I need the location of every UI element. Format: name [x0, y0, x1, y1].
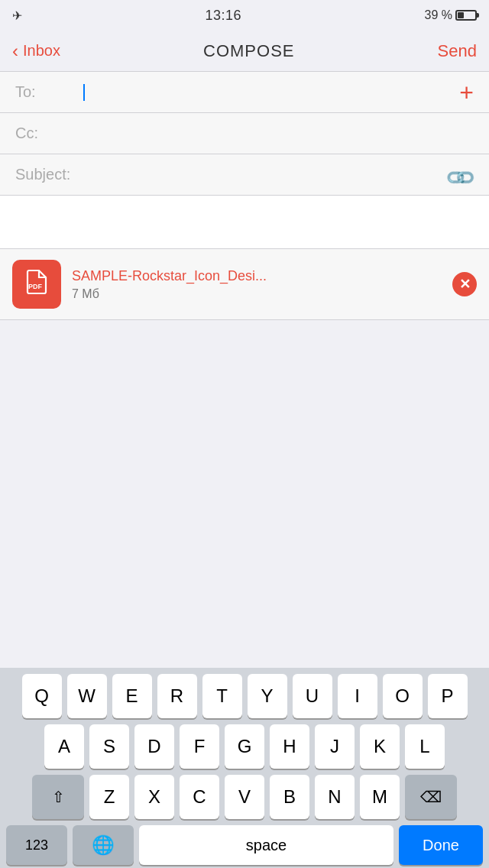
battery-area: 39 % — [425, 8, 477, 22]
close-icon: ✕ — [459, 277, 471, 291]
attachment-size: 7 Мб — [72, 287, 442, 301]
cc-input[interactable] — [83, 125, 474, 142]
key-w[interactable]: W — [67, 674, 107, 718]
numbers-key[interactable]: 123 — [6, 825, 67, 865]
page-title: COMPOSE — [203, 41, 294, 61]
keyboard-row-2: A S D F G H J K L — [3, 724, 486, 769]
key-g[interactable]: G — [225, 724, 264, 769]
key-r[interactable]: R — [157, 674, 197, 718]
content-spacer — [0, 320, 489, 381]
key-v[interactable]: V — [225, 775, 264, 819]
battery-icon — [455, 10, 477, 21]
key-e[interactable]: E — [112, 674, 152, 718]
chevron-left-icon: ‹ — [12, 42, 18, 60]
status-time: 13:16 — [205, 8, 241, 24]
attachment-row: PDF SAMPLE-Rockstar_Icon_Desi... 7 Мб ✕ — [0, 249, 489, 320]
globe-key[interactable]: 🌐 — [73, 825, 134, 865]
key-y[interactable]: Y — [248, 674, 287, 718]
to-row: To: + — [0, 72, 489, 113]
key-s[interactable]: S — [89, 724, 129, 769]
delete-key[interactable]: ⌫ — [405, 775, 457, 819]
svg-text:PDF: PDF — [28, 283, 43, 290]
back-label: Inbox — [23, 42, 60, 60]
subject-label: Subject: — [15, 166, 76, 183]
pdf-icon-wrap: PDF — [12, 260, 61, 309]
key-z[interactable]: Z — [89, 775, 129, 819]
remove-attachment-button[interactable]: ✕ — [452, 272, 477, 296]
cc-label: Cc: — [15, 125, 76, 142]
space-key[interactable]: space — [139, 825, 393, 865]
compose-form: To: + Cc: Subject: 🔗 — [0, 72, 489, 249]
key-q[interactable]: Q — [22, 674, 62, 718]
done-key[interactable]: Done — [399, 825, 483, 865]
key-d[interactable]: D — [134, 724, 174, 769]
text-cursor — [83, 84, 85, 101]
key-x[interactable]: X — [134, 775, 174, 819]
key-l[interactable]: L — [405, 724, 445, 769]
key-j[interactable]: J — [315, 724, 355, 769]
attachment-icon[interactable]: 🔗 — [438, 155, 478, 195]
body-area[interactable] — [0, 196, 489, 249]
back-button[interactable]: ‹ Inbox — [12, 42, 60, 60]
key-c[interactable]: C — [180, 775, 219, 819]
to-label: To: — [15, 83, 76, 101]
key-k[interactable]: K — [360, 724, 400, 769]
battery-fill — [458, 12, 464, 18]
battery-percent: 39 % — [425, 8, 452, 22]
key-p[interactable]: P — [428, 674, 468, 718]
pdf-icon: PDF — [23, 267, 50, 301]
subject-row: Subject: 🔗 — [0, 154, 489, 196]
keyboard-row-3: ⇧ Z X C V B N M ⌫ — [3, 775, 486, 819]
nav-bar: ‹ Inbox COMPOSE Send — [0, 31, 489, 72]
status-bar: ✈ 13:16 39 % — [0, 0, 489, 31]
keyboard-row-4: 123 🌐 space Done — [3, 825, 486, 865]
cc-row: Cc: — [0, 113, 489, 154]
keyboard-row-1: Q W E R T Y U I O P — [3, 674, 486, 718]
add-recipient-button[interactable]: + — [452, 80, 474, 105]
key-a[interactable]: A — [44, 724, 84, 769]
keyboard: Q W E R T Y U I O P A S D F G H J K L ⇧ … — [0, 668, 489, 868]
attachment-info: SAMPLE-Rockstar_Icon_Desi... 7 Мб — [72, 268, 442, 301]
key-o[interactable]: O — [383, 674, 423, 718]
key-t[interactable]: T — [202, 674, 242, 718]
key-h[interactable]: H — [270, 724, 309, 769]
key-b[interactable]: B — [270, 775, 309, 819]
key-f[interactable]: F — [180, 724, 219, 769]
key-m[interactable]: M — [360, 775, 400, 819]
airplane-mode-icon: ✈ — [12, 8, 22, 23]
send-button[interactable]: Send — [438, 41, 477, 61]
key-u[interactable]: U — [293, 674, 332, 718]
attachment-name: SAMPLE-Rockstar_Icon_Desi... — [72, 268, 339, 284]
shift-key[interactable]: ⇧ — [32, 775, 84, 819]
key-i[interactable]: I — [338, 674, 377, 718]
key-n[interactable]: N — [315, 775, 355, 819]
subject-input[interactable] — [83, 166, 442, 183]
